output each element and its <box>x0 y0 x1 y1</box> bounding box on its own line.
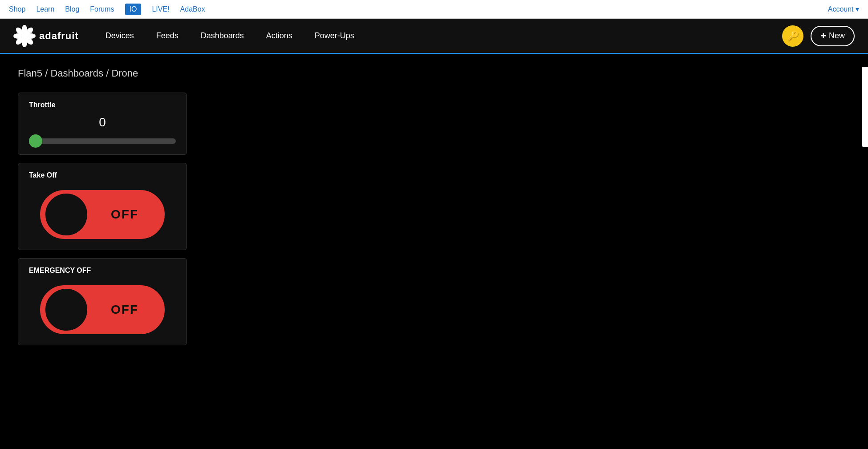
top-nav-account[interactable]: Account ▾ <box>828 5 859 13</box>
takeoff-widget: Take Off OFF <box>18 163 187 250</box>
nav-actions[interactable]: Actions <box>266 31 292 40</box>
key-icon: 🔑 <box>787 30 799 42</box>
emergency-toggle-body: OFF <box>29 281 176 337</box>
throttle-thumb[interactable] <box>29 134 42 148</box>
throttle-title: Throttle <box>29 101 176 109</box>
logo[interactable]: adafruit <box>13 25 79 47</box>
takeoff-title: Take Off <box>29 171 176 179</box>
top-nav-links: Shop Learn Blog Forums IO LIVE! AdaBox <box>9 4 205 15</box>
breadcrumb-section[interactable]: Dashboards <box>50 68 103 79</box>
takeoff-toggle-body: OFF <box>29 186 176 242</box>
new-button-label: New <box>829 31 845 40</box>
breadcrumb-sep2: / <box>106 68 111 79</box>
emergency-toggle[interactable]: OFF <box>40 285 165 334</box>
emergency-state: OFF <box>89 303 161 317</box>
edit-panel[interactable] <box>862 67 868 147</box>
nav-devices[interactable]: Devices <box>105 31 134 40</box>
nav-dashboards[interactable]: Dashboards <box>201 31 244 40</box>
throttle-track <box>29 138 176 144</box>
emergency-title: EMERGENCY OFF <box>29 267 176 275</box>
takeoff-knob <box>44 192 89 237</box>
throttle-widget: Throttle 0 <box>18 93 187 155</box>
plus-icon: + <box>820 30 826 42</box>
top-nav-shop[interactable]: Shop <box>9 5 25 13</box>
top-nav-learn[interactable]: Learn <box>36 5 54 13</box>
top-nav-io[interactable]: IO <box>125 4 142 15</box>
throttle-value: 0 <box>29 115 176 129</box>
logo-text: adafruit <box>39 30 79 42</box>
takeoff-toggle[interactable]: OFF <box>40 190 165 239</box>
main-nav: adafruit Devices Feeds Dashboards Action… <box>0 19 868 54</box>
top-nav-live[interactable]: LIVE! <box>152 5 169 13</box>
takeoff-state: OFF <box>89 207 161 222</box>
breadcrumb-sep1: / <box>45 68 50 79</box>
breadcrumb-user[interactable]: Flan5 <box>18 68 42 79</box>
emergency-knob <box>44 287 89 332</box>
throttle-slider-container <box>29 136 176 146</box>
main-nav-right: 🔑 + New <box>782 25 855 47</box>
api-key-button[interactable]: 🔑 <box>782 25 803 47</box>
account-link[interactable]: Account ▾ <box>828 5 859 13</box>
adafruit-logo-icon <box>13 25 36 47</box>
top-nav-adabox[interactable]: AdaBox <box>180 5 205 13</box>
nav-powerups[interactable]: Power-Ups <box>315 31 354 40</box>
new-dashboard-button[interactable]: + New <box>811 26 855 46</box>
top-nav-blog[interactable]: Blog <box>65 5 79 13</box>
top-nav: Shop Learn Blog Forums IO LIVE! AdaBox A… <box>0 0 868 19</box>
nav-feeds[interactable]: Feeds <box>156 31 178 40</box>
main-nav-links: Devices Feeds Dashboards Actions Power-U… <box>105 31 782 40</box>
content-area: Flan5 / Dashboards / Drone Throttle 0 Ta… <box>0 54 868 367</box>
emergency-widget: EMERGENCY OFF OFF <box>18 258 187 345</box>
top-nav-forums[interactable]: Forums <box>90 5 114 13</box>
breadcrumb-page: Drone <box>111 68 138 79</box>
breadcrumb: Flan5 / Dashboards / Drone <box>18 68 850 79</box>
